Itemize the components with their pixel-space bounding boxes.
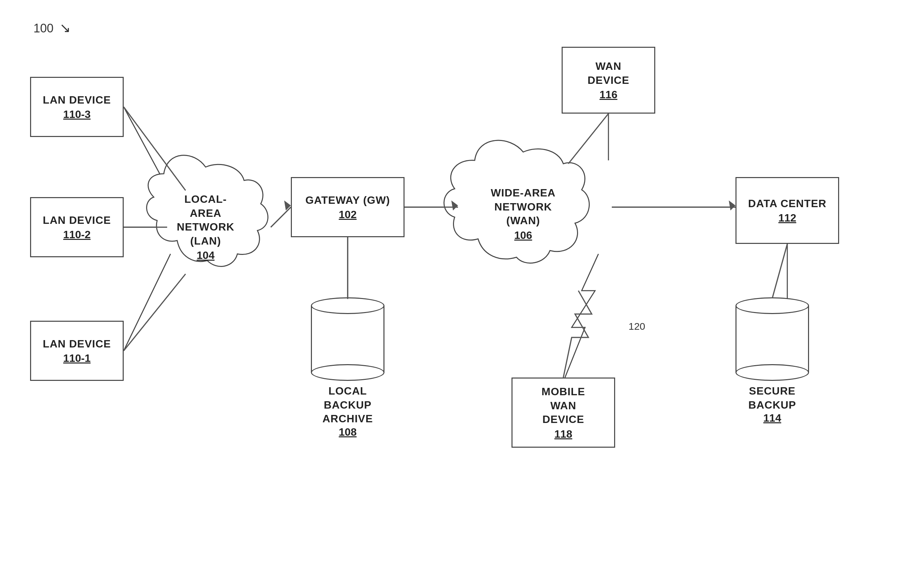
svg-line-17 [772,244,787,298]
cyl-body [311,306,384,373]
lan-network-node: LOCAL-AREANETWORK (LAN) 104 [141,147,271,307]
cyl-top [311,297,384,314]
wan-network-ref: 106 [479,229,568,242]
svg-line-3 [271,207,291,227]
lan-device-1-ref: 110-1 [63,352,91,365]
wan-cloud-shape: WIDE-AREANETWORK (WAN) 106 [435,134,612,294]
svg-marker-20 [729,200,735,210]
lan-device-2-ref: 110-2 [63,228,91,241]
wan-network-label: WIDE-AREANETWORK (WAN) [479,186,568,228]
mobile-wan-label: MOBILEWANDEVICE [542,385,585,426]
wan-network-node: WIDE-AREANETWORK (WAN) 106 [435,134,612,294]
gateway-ref: 102 [339,208,356,221]
gateway-node: GATEWAY (GW) 102 [291,177,405,237]
lan-network-text: LOCAL-AREANETWORK (LAN) 104 [173,192,238,262]
lan-device-2-node: LAN DEVICE 110-2 [30,197,124,257]
svg-marker-18 [284,200,291,210]
wan-network-text: WIDE-AREANETWORK (WAN) 106 [479,186,568,242]
lan-network-ref: 104 [173,250,238,262]
data-center-ref: 112 [778,212,796,224]
wan-device-ref: 116 [599,89,617,101]
wan-device-node: WANDEVICE 116 [562,47,655,114]
diagram-container: 100 ↘ LAN DEVICE 110-3 LAN DEVICE 110-2 [0,0,913,588]
lan-device-3-ref: 110-3 [63,108,91,121]
local-backup-label: LOCALBACKUPARCHIVE 108 [322,384,373,438]
lightning-ref-label: 120 [628,321,645,332]
secure-backup-node: SECUREBACKUP 114 [735,297,809,424]
lan-device-3-node: LAN DEVICE 110-3 [30,77,124,137]
local-backup-cylinder [311,297,384,381]
cyl-top-secure [735,297,809,314]
mobile-wan-ref: 118 [554,428,572,440]
secure-backup-label: SECUREBACKUP 114 [748,384,796,424]
lan-device-3-label: LAN DEVICE [43,93,111,107]
gateway-label: GATEWAY (GW) [305,194,390,207]
lan-device-1-label: LAN DEVICE [43,337,111,351]
secure-backup-cylinder [735,297,809,381]
cyl-bottom-secure [735,364,809,381]
lan-cloud-shape: LOCAL-AREANETWORK (LAN) 104 [141,147,271,307]
cyl-bottom [311,364,384,381]
lan-device-2-label: LAN DEVICE [43,213,111,228]
svg-line-12 [271,207,291,227]
lan-device-1-node: LAN DEVICE 110-1 [30,321,124,381]
diagram-ref-label: 100 ↘ [34,20,71,36]
cyl-body-secure [735,306,809,373]
data-center-node: DATA CENTER 112 [735,177,839,244]
mobile-wan-node: MOBILEWANDEVICE 118 [512,378,615,447]
data-center-label: DATA CENTER [748,197,826,211]
wan-device-label: WANDEVICE [588,60,629,87]
lan-network-label: LOCAL-AREANETWORK (LAN) [173,192,238,248]
local-backup-node: LOCALBACKUPARCHIVE 108 [311,297,384,438]
